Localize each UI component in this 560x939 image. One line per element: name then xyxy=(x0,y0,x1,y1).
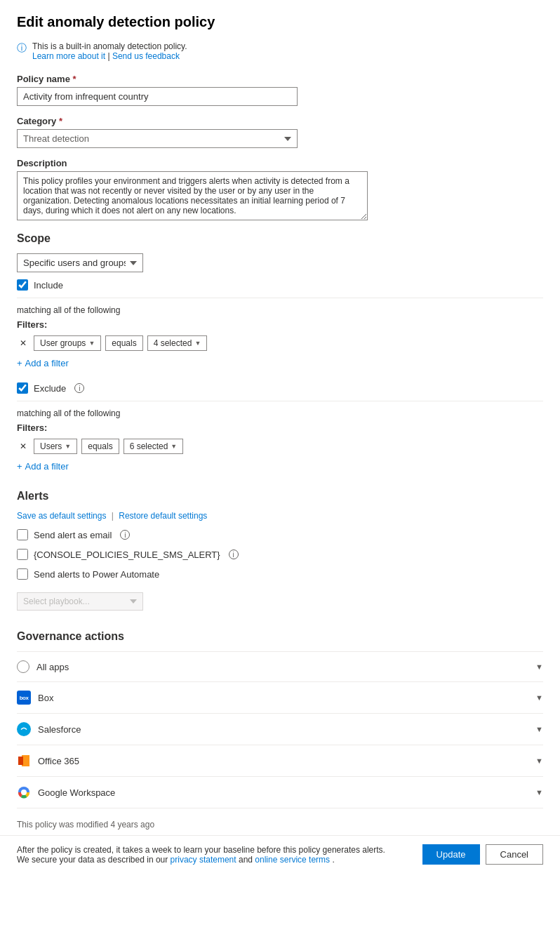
category-group: Category * Threat detection xyxy=(17,116,543,148)
include-add-filter[interactable]: + Add a filter xyxy=(17,357,69,370)
description-group: Description This policy profiles your en… xyxy=(17,158,543,222)
exclude-matching-text: matching all of the following xyxy=(17,408,543,418)
governance-item-box[interactable]: box Box ▼ xyxy=(17,681,543,713)
include-filter-value[interactable]: 4 selected ▼ xyxy=(147,335,208,351)
footer-modified: This policy was modified 4 years ago xyxy=(17,820,543,830)
send-feedback-link[interactable]: Send us feedback xyxy=(112,51,180,61)
add-filter-label: Add a filter xyxy=(25,358,69,368)
info-banner-line1: This is a built-in anomaly detection pol… xyxy=(32,41,187,51)
exclude-filter-value[interactable]: 6 selected ▼ xyxy=(124,439,184,454)
description-textarea[interactable]: This policy profiles your environment an… xyxy=(17,171,368,220)
power-automate-checkbox[interactable] xyxy=(17,568,28,580)
restore-default-link[interactable]: Restore default settings xyxy=(119,511,207,521)
cancel-button[interactable]: Cancel xyxy=(486,844,543,865)
email-alert-row: Send alert as email i xyxy=(17,529,543,540)
policy-name-input[interactable] xyxy=(17,87,298,106)
governance-section: Governance actions All apps ▼ box Box ▼ xyxy=(17,630,543,808)
all-apps-icon xyxy=(17,660,29,673)
alerts-section: Alerts Save as default settings | Restor… xyxy=(17,490,543,611)
google-icon xyxy=(17,785,31,799)
include-label: Include xyxy=(34,280,63,291)
include-filters-label: Filters: xyxy=(17,319,543,330)
exclude-label: Exclude xyxy=(34,383,66,394)
footer-notice: After the policy is created, it takes a … xyxy=(17,845,385,865)
include-checkbox[interactable] xyxy=(17,279,28,291)
footer-buttons: Update Cancel xyxy=(422,844,543,865)
add-filter-plus: + xyxy=(17,358,22,368)
email-alert-checkbox[interactable] xyxy=(17,529,28,540)
google-chevron: ▼ xyxy=(535,788,543,797)
exclude-divider xyxy=(17,401,543,401)
exclude-add-filter[interactable]: + Add a filter xyxy=(17,460,69,473)
info-banner: ⓘ This is a built-in anomaly detection p… xyxy=(17,41,543,61)
description-label: Description xyxy=(17,158,543,168)
exclude-checkbox[interactable] xyxy=(17,382,28,394)
office365-icon xyxy=(17,754,31,768)
svg-point-0 xyxy=(18,724,30,734)
sms-alert-row: {CONSOLE_POLICIES_RULE_SMS_ALERT} i xyxy=(17,549,543,560)
salesforce-icon xyxy=(17,722,31,736)
governance-title: Governance actions xyxy=(17,630,543,643)
policy-name-group: Policy name * xyxy=(17,74,543,106)
salesforce-chevron: ▼ xyxy=(535,725,543,733)
exclude-filter-value-chevron: ▼ xyxy=(171,443,177,450)
exclude-filter-field[interactable]: Users ▼ xyxy=(34,439,77,454)
exclude-info-icon[interactable]: i xyxy=(74,383,84,393)
scope-dropdown[interactable]: Specific users and groups... xyxy=(17,253,143,272)
box-chevron: ▼ xyxy=(535,693,543,702)
power-automate-label: Send alerts to Power Automate xyxy=(34,569,159,580)
governance-item-allapps[interactable]: All apps ▼ xyxy=(17,651,543,681)
scope-title: Scope xyxy=(17,232,543,245)
filter-value-chevron: ▼ xyxy=(194,340,201,347)
exclude-filter-operator[interactable]: equals xyxy=(81,439,119,454)
update-button[interactable]: Update xyxy=(422,844,480,865)
exclude-filter-field-chevron: ▼ xyxy=(65,443,71,450)
save-default-link[interactable]: Save as default settings xyxy=(17,511,106,521)
exclude-filters-label: Filters: xyxy=(17,422,543,433)
privacy-statement-link[interactable]: privacy statement xyxy=(171,855,236,865)
sms-alert-checkbox[interactable] xyxy=(17,549,28,560)
office365-chevron: ▼ xyxy=(535,757,543,765)
all-apps-chevron: ▼ xyxy=(535,662,543,671)
salesforce-name: Salesforce xyxy=(38,724,81,735)
alert-links: Save as default settings | Restore defau… xyxy=(17,511,543,521)
email-alert-label: Send alert as email xyxy=(34,530,112,540)
include-filter-operator[interactable]: equals xyxy=(105,335,142,351)
sms-alert-info-icon[interactable]: i xyxy=(229,550,239,559)
info-icon: ⓘ xyxy=(17,42,27,55)
required-marker: * xyxy=(73,74,76,84)
include-filter-remove[interactable]: ✕ xyxy=(17,337,29,349)
svg-rect-3 xyxy=(18,757,23,765)
governance-item-office365[interactable]: Office 365 ▼ xyxy=(17,745,543,776)
include-matching-text: matching all of the following xyxy=(17,305,543,315)
exclude-filter-remove[interactable]: ✕ xyxy=(17,440,29,453)
governance-item-google[interactable]: Google Workspace ▼ xyxy=(17,776,543,808)
office365-name: Office 365 xyxy=(38,756,79,766)
footer-bar: After the policy is created, it takes a … xyxy=(0,835,560,873)
filter-field-chevron: ▼ xyxy=(88,340,95,347)
category-label: Category * xyxy=(17,116,543,126)
all-apps-name: All apps xyxy=(36,662,69,672)
playbook-select: Select playbook... xyxy=(17,592,143,611)
exclude-filter-row: ✕ Users ▼ equals 6 selected ▼ xyxy=(17,439,543,454)
learn-more-link[interactable]: Learn more about it xyxy=(32,51,105,61)
governance-item-salesforce[interactable]: Salesforce ▼ xyxy=(17,713,543,745)
include-row: Include xyxy=(17,279,543,291)
category-select[interactable]: Threat detection xyxy=(17,129,298,148)
include-divider xyxy=(17,298,543,298)
box-icon: box xyxy=(17,691,31,705)
service-terms-link[interactable]: online service terms xyxy=(255,855,330,865)
email-alert-info-icon[interactable]: i xyxy=(120,530,130,540)
alerts-title: Alerts xyxy=(17,490,543,502)
scope-section: Scope Specific users and groups... Inclu… xyxy=(17,232,543,473)
box-name: Box xyxy=(38,693,53,703)
include-filter-field[interactable]: User groups ▼ xyxy=(34,335,101,351)
sms-alert-label: {CONSOLE_POLICIES_RULE_SMS_ALERT} xyxy=(34,550,220,560)
category-required: * xyxy=(59,116,62,126)
include-filter-row: ✕ User groups ▼ equals 4 selected ▼ xyxy=(17,335,543,351)
google-name: Google Workspace xyxy=(38,787,115,798)
exclude-add-filter-plus: + xyxy=(17,461,22,472)
page-title: Edit anomaly detection policy xyxy=(17,14,543,30)
exclude-add-filter-label: Add a filter xyxy=(25,461,69,472)
svg-point-5 xyxy=(21,790,27,795)
